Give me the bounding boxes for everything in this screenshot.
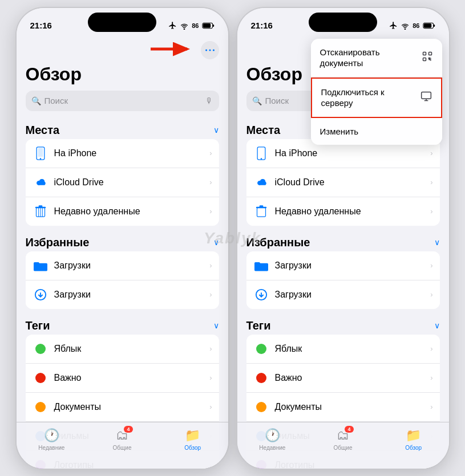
list-item-label: Загрузки — [275, 261, 425, 271]
tab-item-recent[interactable]: 🕐 Недавние — [237, 428, 308, 451]
list-item[interactable]: Важно › — [246, 364, 440, 393]
svg-point-7 — [212, 49, 214, 51]
tab-label-overview: Обзор — [405, 445, 422, 451]
list-item[interactable]: Недавно удаленные › — [26, 197, 219, 226]
svg-point-26 — [260, 158, 262, 160]
left-phone: 21:16 86 — [15, 7, 229, 470]
left-section-places-title: Места — [26, 124, 60, 137]
list-item-label: Недавно удаленные — [275, 206, 425, 217]
list-item-label: Важно — [275, 373, 425, 383]
battery-body-icon — [202, 22, 215, 29]
left-section-tags-header: Теги ∨ — [17, 316, 228, 335]
list-item[interactable]: Загрузки › — [246, 251, 440, 280]
tag-dot-red — [33, 370, 48, 386]
list-chevron: › — [209, 373, 212, 382]
right-dynamic-island — [309, 13, 377, 32]
tab-item-overview[interactable]: 📁 Обзор — [157, 428, 228, 451]
svg-rect-9 — [38, 148, 43, 156]
tab-badge-shared: 🗂 4 — [337, 428, 349, 443]
left-page-header: Обзор — [17, 62, 228, 91]
right-status-time: 21:16 — [251, 21, 273, 30]
battery-text: 86 — [413, 22, 419, 29]
list-chevron: › — [430, 207, 432, 215]
left-favorites-list: Загрузки › Загрузки › — [26, 251, 219, 309]
right-section-tags-header: Теги ∨ — [237, 316, 449, 335]
list-item-label: iCloud Drive — [54, 177, 204, 188]
right-section-favorites-title: Избранные — [246, 236, 310, 249]
svg-rect-20 — [433, 24, 435, 26]
list-item[interactable]: Загрузки › — [26, 251, 219, 280]
svg-point-6 — [209, 49, 211, 51]
list-item-label: iCloud Drive — [275, 177, 425, 188]
battery-icon: 86 — [192, 22, 199, 29]
left-section-favorites-header: Избранные ∨ — [17, 233, 228, 251]
search-icon: 🔍 — [252, 96, 262, 105]
shared-badge: 4 — [124, 426, 133, 433]
left-search-bar[interactable]: 🔍 Поиск 🎙 — [26, 91, 219, 111]
tab-item-shared[interactable]: 🗂 4 Общие — [308, 428, 378, 451]
iphone-icon — [253, 145, 269, 161]
tab-item-shared[interactable]: 🗂 4 Общие — [87, 428, 157, 451]
svg-rect-16 — [38, 205, 42, 207]
tag-dot-orange — [253, 399, 269, 415]
right-tab-bar: 🕐 Недавние 🗂 4 Общие 📁 Обзор — [237, 422, 449, 469]
airplane-icon — [389, 21, 398, 30]
list-chevron: › — [209, 149, 212, 157]
monitor-icon — [420, 91, 432, 105]
tab-label-recent: Недавние — [259, 445, 285, 451]
clock-icon: 🕐 — [265, 428, 280, 443]
list-chevron: › — [209, 402, 212, 411]
list-item[interactable]: Недавно удаленные › — [246, 197, 440, 226]
tab-item-overview[interactable]: 📁 Обзор — [378, 428, 449, 451]
left-section-favorites: Избранные ∨ Загрузки › Загрузки › — [17, 233, 228, 309]
right-section-tags-title: Теги — [246, 319, 271, 332]
left-status-time: 21:16 — [30, 21, 52, 30]
download-icon — [253, 287, 269, 303]
list-chevron: › — [209, 207, 212, 215]
dots-menu-button[interactable] — [201, 41, 219, 59]
list-item[interactable]: Яблык › — [246, 335, 440, 364]
list-item[interactable]: На iPhone › — [26, 139, 219, 168]
list-chevron: › — [209, 290, 212, 299]
red-arrow-icon — [148, 39, 194, 59]
left-page-title: Обзор — [26, 64, 82, 84]
search-placeholder: Поиск — [45, 96, 202, 105]
list-item[interactable]: iCloud Drive › — [26, 168, 219, 197]
overview-folder-icon: 📁 — [185, 428, 200, 443]
tab-item-recent[interactable]: 🕐 Недавние — [17, 428, 87, 451]
svg-rect-29 — [259, 205, 263, 207]
tab-label-recent: Недавние — [38, 445, 64, 451]
right-section-favorites: Избранные ∨ Загрузки › Загрузки › — [237, 233, 449, 309]
trash-icon — [253, 204, 269, 219]
airplane-icon — [168, 21, 177, 30]
svg-rect-2 — [203, 23, 211, 28]
list-chevron: › — [209, 178, 212, 186]
list-item[interactable]: Загрузки › — [26, 280, 219, 309]
right-section-places-title: Места — [246, 124, 281, 137]
list-item-label: На iPhone — [54, 148, 204, 158]
list-item-label: Документы — [275, 402, 425, 412]
list-item[interactable]: Яблык › — [26, 335, 219, 364]
list-item[interactable]: Загрузки › — [246, 280, 440, 309]
iphone-icon — [33, 145, 48, 161]
left-section-favorites-chevron: ∨ — [213, 238, 219, 247]
tag-dot-green — [33, 341, 48, 357]
list-item-label: Недавно удаленные — [54, 206, 204, 217]
icloud-icon — [253, 174, 269, 190]
left-section-places-header: Места ∨ — [17, 120, 228, 139]
tag-dot-orange — [33, 399, 48, 415]
list-item[interactable]: iCloud Drive › — [246, 168, 440, 197]
right-status-icons: 86 — [389, 21, 435, 30]
list-item[interactable]: Документы › — [26, 393, 219, 422]
list-item-label: Важно — [54, 373, 204, 383]
left-places-list: На iPhone › iCloud Drive › Недавно удале… — [26, 139, 219, 226]
list-item[interactable]: Документы › — [246, 393, 440, 422]
list-item-label: Загрузки — [54, 290, 204, 300]
dropdown-item-scan[interactable]: Отсканировать документы — [311, 39, 442, 78]
list-chevron: › — [209, 261, 212, 270]
dropdown-item-server[interactable]: Подключиться к серверу — [311, 78, 442, 118]
folder-icon — [253, 258, 269, 274]
dropdown-item-edit[interactable]: Изменить — [311, 118, 442, 145]
right-favorites-list: Загрузки › Загрузки › — [246, 251, 440, 309]
list-item[interactable]: Важно › — [26, 364, 219, 393]
